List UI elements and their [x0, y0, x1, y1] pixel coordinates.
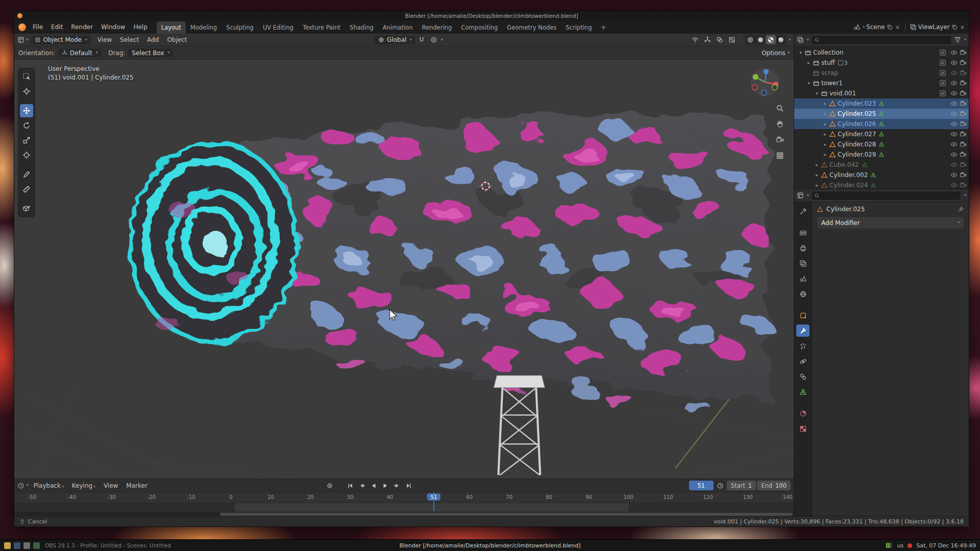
- workspace-tab[interactable]: Shading: [345, 21, 378, 34]
- render-visibility-icon[interactable]: [960, 161, 967, 168]
- taskbar-blender-window[interactable]: Blender [/home/amalie/Desktop/blender/cl…: [399, 542, 580, 549]
- editor-type-icon[interactable]: [17, 36, 24, 43]
- timeline-scroll-thumb[interactable]: [220, 513, 793, 516]
- outliner-row[interactable]: Cylinder.002: [794, 170, 969, 180]
- workspace-tab[interactable]: Compositing: [456, 21, 502, 34]
- timeline-menu-item[interactable]: Marker: [122, 481, 151, 491]
- properties-tab[interactable]: [796, 205, 810, 217]
- scene-name[interactable]: Scene: [866, 23, 885, 31]
- viewport-toggle-icon[interactable]: [715, 35, 725, 44]
- filter-icon[interactable]: [954, 36, 961, 43]
- hide-eye-icon[interactable]: [950, 59, 958, 66]
- outliner-editor-icon[interactable]: [797, 36, 804, 43]
- outliner-row[interactable]: Cube.042: [794, 160, 969, 170]
- hide-eye-icon[interactable]: [950, 131, 958, 138]
- transport-button[interactable]: [345, 481, 356, 491]
- expand-caret-icon[interactable]: [814, 183, 820, 188]
- tool-button[interactable]: [20, 168, 33, 181]
- properties-tab[interactable]: [796, 407, 810, 419]
- exclude-checkbox-icon[interactable]: [940, 90, 946, 96]
- tool-button[interactable]: [20, 183, 33, 196]
- tool-button[interactable]: [20, 134, 33, 147]
- timeline-body[interactable]: -50-40-30-20-100102030405060708090100110…: [14, 492, 794, 516]
- workspace-tab[interactable]: UV Editing: [258, 21, 298, 34]
- frame-end-field[interactable]: End100: [757, 481, 791, 490]
- timeline-editor-icon[interactable]: [17, 482, 24, 489]
- orientation-dropdown[interactable]: Default▾: [58, 48, 101, 57]
- outliner-row[interactable]: Collection: [794, 47, 969, 58]
- outliner-row[interactable]: Cylinder.028: [794, 139, 969, 149]
- taskbar-app-icon[interactable]: [4, 542, 11, 549]
- expand-caret-icon[interactable]: [805, 60, 812, 65]
- outliner-row[interactable]: Cylinder.025: [794, 109, 969, 119]
- shading-mode-icon[interactable]: [755, 35, 766, 44]
- expand-caret-icon[interactable]: [797, 50, 804, 55]
- properties-tab[interactable]: [796, 272, 810, 285]
- snap-toggle-icon[interactable]: [429, 35, 439, 44]
- workspace-tab[interactable]: Animation: [378, 21, 418, 34]
- transport-button[interactable]: [403, 481, 414, 491]
- hide-eye-icon[interactable]: [950, 120, 958, 128]
- taskbar-app-icon[interactable]: [23, 542, 30, 549]
- expand-caret-icon[interactable]: [814, 91, 820, 96]
- viewlayer-icon[interactable]: [910, 23, 917, 31]
- tool-button[interactable]: [20, 85, 33, 98]
- render-visibility-icon[interactable]: [960, 59, 967, 66]
- hide-eye-icon[interactable]: [950, 69, 958, 77]
- scene-browse-icon[interactable]: [853, 23, 861, 31]
- app-menu-item[interactable]: File: [29, 22, 47, 32]
- outliner-row[interactable]: Cylinder.026: [794, 119, 969, 129]
- hide-eye-icon[interactable]: [950, 141, 958, 148]
- expand-caret-icon[interactable]: [822, 132, 828, 137]
- properties-search[interactable]: [811, 191, 962, 201]
- ortho-grid-icon[interactable]: [774, 150, 786, 161]
- outliner-row[interactable]: Cylinder.024: [794, 180, 969, 189]
- render-visibility-icon[interactable]: [960, 141, 967, 148]
- viewport-menu-item[interactable]: Add: [143, 35, 163, 45]
- expand-caret-icon[interactable]: [822, 111, 828, 116]
- workspace-tab[interactable]: Texture Paint: [298, 21, 345, 34]
- workspace-tab[interactable]: Modeling: [186, 21, 222, 34]
- outliner-row[interactable]: Cylinder.023: [794, 98, 969, 109]
- properties-editor-icon[interactable]: [797, 192, 804, 199]
- tool-button[interactable]: [20, 104, 33, 117]
- properties-tab[interactable]: [796, 422, 810, 435]
- render-visibility-icon[interactable]: [960, 80, 967, 87]
- taskbar-obs-window[interactable]: OBS 29.1.3 - Profile: Untitled - Scenes:…: [45, 542, 171, 548]
- new-viewlayer-icon[interactable]: [951, 24, 958, 30]
- blender-menu-icon[interactable]: [18, 23, 26, 31]
- render-visibility-icon[interactable]: [960, 110, 967, 117]
- timeline-scrollbar[interactable]: [14, 512, 794, 517]
- viewport-canvas[interactable]: User Perspective (51) void.001 | Cylinde…: [14, 60, 794, 479]
- pan-hand-icon[interactable]: [774, 118, 786, 130]
- render-visibility-icon[interactable]: [960, 100, 967, 107]
- render-visibility-icon[interactable]: [960, 90, 967, 97]
- hide-eye-icon[interactable]: [950, 100, 958, 107]
- taskbar-app-icon[interactable]: [33, 542, 40, 549]
- workspace-tab[interactable]: +: [596, 21, 610, 34]
- timeline-menu-item[interactable]: Playback: [30, 481, 68, 491]
- expand-caret-icon[interactable]: [822, 101, 828, 106]
- properties-tab[interactable]: [796, 309, 810, 321]
- render-visibility-icon[interactable]: [960, 151, 967, 158]
- properties-tab[interactable]: [796, 324, 810, 337]
- exclude-checkbox-icon[interactable]: [940, 60, 946, 66]
- remove-viewlayer-icon[interactable]: ×: [959, 24, 966, 31]
- tray-recording-icon[interactable]: [908, 543, 912, 548]
- expand-caret-icon[interactable]: [814, 172, 820, 178]
- unlink-scene-icon[interactable]: ×: [894, 24, 901, 31]
- outliner-row[interactable]: Cylinder.029: [794, 149, 969, 160]
- mode-selector[interactable]: Object Mode▾: [31, 36, 91, 44]
- properties-tab[interactable]: [796, 386, 810, 398]
- workspace-tab[interactable]: Rendering: [417, 21, 456, 34]
- frame-start-field[interactable]: Start1: [727, 481, 756, 490]
- exclude-checkbox-icon[interactable]: [940, 70, 946, 76]
- properties-tab[interactable]: [796, 340, 810, 352]
- workspace-tab[interactable]: Sculpting: [222, 21, 258, 34]
- zoom-icon[interactable]: [774, 103, 786, 114]
- outliner-row[interactable]: scrap: [794, 68, 969, 78]
- workspace-tab[interactable]: Scripting: [561, 21, 596, 34]
- expand-caret-icon[interactable]: [822, 142, 828, 147]
- properties-tab[interactable]: [796, 370, 810, 383]
- outliner-row[interactable]: stuff 3: [794, 58, 969, 68]
